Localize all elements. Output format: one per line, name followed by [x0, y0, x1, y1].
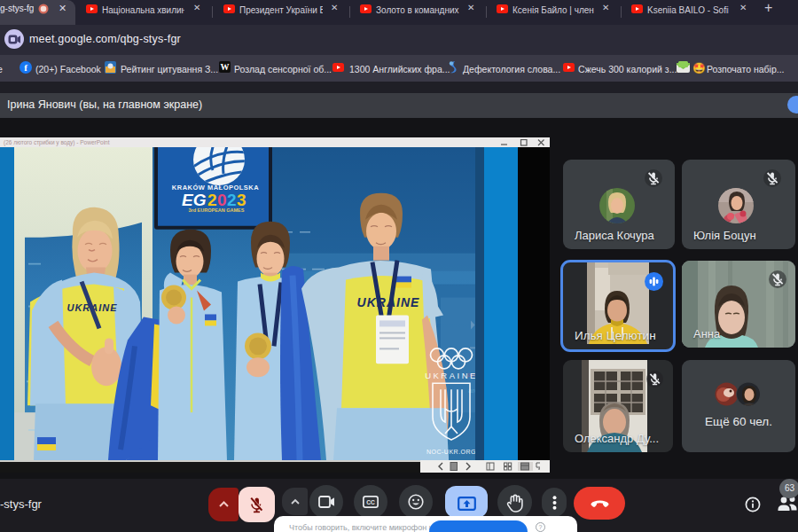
svg-text:CC: CC: [366, 499, 375, 505]
svg-text:UKRAINE: UKRAINE: [425, 371, 478, 380]
svg-text:2: 2: [207, 191, 217, 209]
svg-text:0: 0: [217, 191, 227, 209]
svg-text:3: 3: [237, 191, 246, 209]
svg-text:EG: EG: [182, 191, 207, 209]
svg-text:3rd EUROPEAN GAMES: 3rd EUROPEAN GAMES: [189, 207, 245, 213]
svg-text:2: 2: [227, 191, 237, 209]
svg-text:NOC-UKR.ORG: NOC-UKR.ORG: [426, 449, 476, 455]
